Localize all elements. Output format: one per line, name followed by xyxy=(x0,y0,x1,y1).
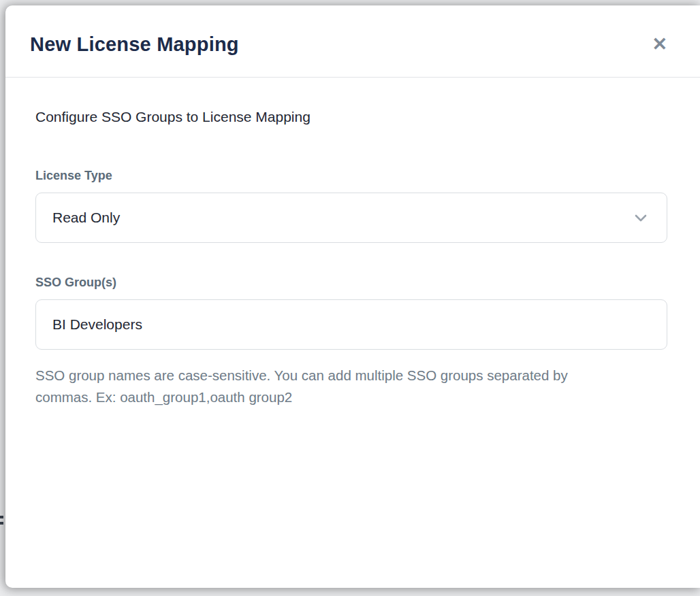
sso-groups-input[interactable] xyxy=(35,299,667,350)
modal-title: New License Mapping xyxy=(30,33,239,56)
license-type-label: License Type xyxy=(35,169,670,183)
sso-groups-help-text: SSO group names are case-sensitive. You … xyxy=(35,365,607,408)
modal-subtitle: Configure SSO Groups to License Mapping xyxy=(35,109,670,125)
chevron-down-icon xyxy=(633,210,649,226)
background-text-fragment xyxy=(0,522,3,525)
modal-header: New License Mapping ✕ xyxy=(5,5,700,78)
background-text-fragment xyxy=(0,516,3,518)
modal-body: Configure SSO Groups to License Mapping … xyxy=(5,78,700,588)
license-type-select[interactable]: Read Only xyxy=(35,193,667,243)
new-license-mapping-modal: New License Mapping ✕ Configure SSO Grou… xyxy=(5,5,700,588)
license-type-selected-value: Read Only xyxy=(52,210,120,226)
sso-groups-label: SSO Group(s) xyxy=(35,276,670,290)
screen: New License Mapping ✕ Configure SSO Grou… xyxy=(0,0,700,596)
close-icon[interactable]: ✕ xyxy=(649,33,670,56)
background-page-edge xyxy=(0,516,3,539)
